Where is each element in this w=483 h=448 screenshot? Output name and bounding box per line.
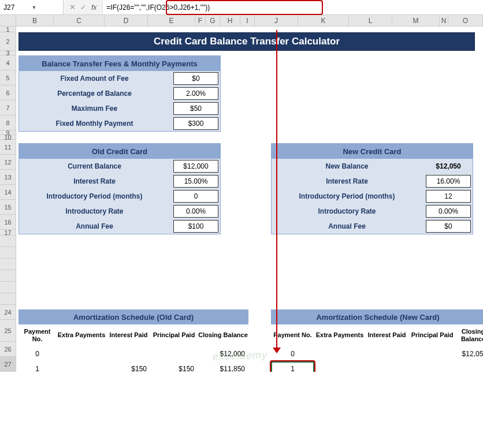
field-value[interactable]: 2.00%: [173, 87, 218, 100]
cell: $12,050: [456, 350, 483, 358]
row-header[interactable]: [0, 270, 16, 282]
cancel-icon[interactable]: ✕: [69, 3, 76, 12]
fees-header: Balance Transfer Fees & Monthly Payments: [19, 56, 220, 71]
field-value[interactable]: $100: [173, 220, 218, 233]
row-header[interactable]: 10: [0, 135, 16, 140]
field-row: Annual Fee$100: [19, 219, 220, 234]
new-card-header: New Credit Card: [272, 144, 473, 159]
name-box-dropdown-icon[interactable]: ▼: [32, 5, 60, 10]
row-header[interactable]: 6: [0, 85, 16, 100]
field-value[interactable]: $0: [173, 72, 218, 85]
field-row: Annual Fee$0: [272, 219, 473, 234]
field-label: Introductory Rate: [19, 207, 173, 215]
field-row: Fixed Monthly Payment$300: [19, 116, 220, 131]
field-label: Interest Rate: [272, 177, 426, 185]
col-label: Principal Paid: [150, 324, 198, 346]
col-header[interactable]: B: [16, 15, 54, 26]
col-label: Extra Payments: [314, 324, 365, 346]
field-value[interactable]: $300: [173, 117, 218, 130]
row-header[interactable]: [0, 236, 16, 247]
result-highlight-box: [270, 360, 315, 372]
row-header[interactable]: 12: [0, 155, 16, 170]
row-header[interactable]: 4: [0, 55, 16, 70]
annotation-arrowhead-icon: [273, 348, 281, 353]
cell: $12,000: [198, 350, 248, 358]
cell: $150: [150, 365, 198, 372]
field-label: Introductory Rate: [272, 207, 426, 215]
row-header[interactable]: 11: [0, 140, 16, 155]
field-value[interactable]: 0.00%: [173, 205, 218, 218]
col-header[interactable]: D: [105, 15, 148, 26]
row-header[interactable]: 14: [0, 185, 16, 200]
col-header[interactable]: M: [392, 15, 440, 26]
row-header[interactable]: [0, 293, 16, 305]
cell: 0: [18, 350, 56, 358]
column-headers: B C D E F G H I J K L M N O: [0, 15, 483, 27]
select-all-corner[interactable]: [0, 15, 16, 26]
table-row[interactable]: 0 $12,000: [18, 346, 248, 361]
field-value[interactable]: 16.00%: [426, 175, 471, 188]
col-header[interactable]: E: [148, 15, 195, 26]
col-label: Payment No.: [271, 324, 314, 346]
row-header[interactable]: 25: [0, 320, 16, 342]
field-label: Interest Rate: [19, 177, 173, 185]
row-header[interactable]: 5: [0, 70, 16, 85]
formula-input[interactable]: =IF(J26="","",IF(O26>0,J26+1,"")): [102, 0, 483, 14]
field-row: Introductory Period (months)12: [272, 189, 473, 204]
table-row[interactable]: 1 $150 $150 $11,850: [18, 361, 248, 372]
field-value: $12,050: [426, 160, 471, 173]
row-header[interactable]: 2: [0, 32, 16, 51]
col-header[interactable]: J: [255, 15, 298, 26]
row-header[interactable]: 16: [0, 215, 16, 230]
col-header[interactable]: C: [54, 15, 105, 26]
col-header[interactable]: L: [349, 15, 392, 26]
accept-icon[interactable]: ✓: [80, 3, 87, 12]
field-value[interactable]: $50: [173, 102, 218, 115]
col-header[interactable]: G: [206, 15, 220, 26]
field-row: Percentage of Balance2.00%: [19, 86, 220, 101]
field-value[interactable]: $0: [426, 220, 471, 233]
col-header[interactable]: N: [440, 15, 448, 26]
col-header[interactable]: O: [448, 15, 483, 26]
row-header[interactable]: 24: [0, 305, 16, 320]
col-header[interactable]: F: [195, 15, 206, 26]
field-label: Introductory Period (months): [19, 192, 173, 200]
row-header[interactable]: 17: [0, 230, 16, 236]
row-header[interactable]: 7: [0, 100, 16, 115]
col-header[interactable]: K: [298, 15, 349, 26]
name-box[interactable]: J27 ▼: [0, 0, 64, 14]
page-title: Credit Card Balance Transfer Calculator: [18, 32, 475, 51]
row-header[interactable]: 15: [0, 200, 16, 215]
row-header[interactable]: 27: [0, 357, 16, 372]
row-header[interactable]: [0, 247, 16, 259]
field-row: Maximum Fee$50: [19, 101, 220, 116]
table-row[interactable]: 0 $12,050: [271, 346, 483, 361]
col-label: Closing Balance: [456, 324, 483, 346]
field-value[interactable]: 0: [173, 190, 218, 203]
formula-text: =IF(J26="","",IF(O26>0,J26+1,"")): [106, 3, 210, 12]
row-header[interactable]: [0, 259, 16, 270]
col-label: Extra Payments: [56, 324, 107, 346]
row-header[interactable]: 1: [0, 27, 16, 32]
field-row: Introductory Period (months)0: [19, 189, 220, 204]
row-header[interactable]: 13: [0, 170, 16, 185]
cell: 1: [18, 365, 56, 372]
field-value[interactable]: 15.00%: [173, 175, 218, 188]
field-value[interactable]: 12: [426, 190, 471, 203]
row-header[interactable]: [0, 282, 16, 293]
field-label: Maximum Fee: [19, 104, 173, 113]
old-card-section: Old Credit Card Current Balance$12,000In…: [18, 143, 221, 234]
field-label: Percentage of Balance: [19, 89, 173, 98]
row-header[interactable]: 8: [0, 115, 16, 130]
col-label: Interest Paid: [365, 324, 408, 346]
fees-section: Balance Transfer Fees & Monthly Payments…: [18, 55, 221, 132]
fx-icon[interactable]: fx: [91, 3, 96, 12]
field-value[interactable]: 0.00%: [426, 205, 471, 218]
row-header[interactable]: 26: [0, 342, 16, 357]
field-value[interactable]: $12,000: [173, 160, 218, 173]
field-label: Annual Fee: [19, 222, 173, 230]
col-header[interactable]: I: [240, 15, 255, 26]
col-header[interactable]: H: [220, 15, 240, 26]
field-label: Fixed Amount of Fee: [19, 74, 173, 83]
row-header[interactable]: 3: [0, 51, 16, 55]
